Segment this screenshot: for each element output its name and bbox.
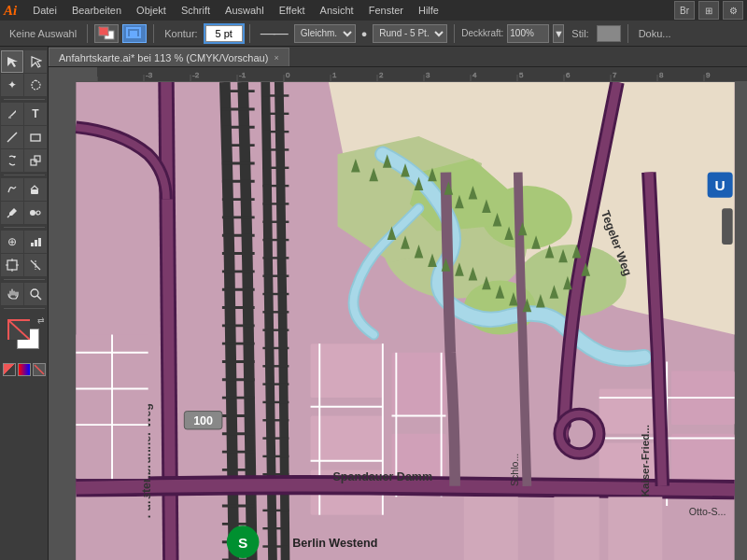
eraser-tool[interactable] bbox=[24, 178, 47, 201]
type-tool[interactable]: T bbox=[24, 103, 47, 125]
artboard-tool[interactable] bbox=[1, 254, 23, 276]
document-tab[interactable]: Anfahrtskarte.ai* bei 113 % (CMYK/Vorsch… bbox=[49, 48, 289, 66]
svg-line-6 bbox=[7, 133, 17, 142]
tool-sep-4 bbox=[4, 279, 45, 280]
svg-text:1: 1 bbox=[332, 71, 337, 79]
svg-text:Berlin Westend: Berlin Westend bbox=[292, 537, 377, 550]
main-area: ✦ T bbox=[0, 47, 747, 560]
svg-line-11 bbox=[7, 216, 9, 217]
canvas-area: Anfahrtskarte.ai* bei 113 % (CMYK/Vorsch… bbox=[49, 47, 747, 560]
toolbar-left: ✦ T bbox=[0, 47, 49, 560]
rotate-tool[interactable] bbox=[1, 149, 23, 172]
hand-tool[interactable] bbox=[1, 283, 23, 305]
opacity-expand[interactable]: ▼ bbox=[553, 24, 564, 43]
none-btn[interactable] bbox=[33, 363, 46, 376]
app-logo: Ai bbox=[4, 3, 17, 19]
graph-tool[interactable] bbox=[24, 231, 47, 253]
fill-stroke-icon[interactable] bbox=[94, 24, 119, 43]
svg-text:S: S bbox=[238, 535, 247, 551]
ruler-horizontal: -3 -2 -1 0 1 2 3 4 5 6 7 8 9 10 bbox=[97, 67, 747, 82]
svg-rect-9 bbox=[35, 156, 40, 161]
svg-text:0: 0 bbox=[286, 71, 290, 79]
svg-rect-210 bbox=[722, 208, 733, 245]
toolbar-top: Keine Auswahl Kontur: 5 pt —— Gleichm. ●… bbox=[0, 21, 747, 47]
settings-icon[interactable]: ⚙ bbox=[723, 1, 743, 20]
map-illustration: 100 bbox=[63, 82, 747, 560]
tool-row-10 bbox=[1, 283, 47, 305]
tool-sep-1 bbox=[4, 99, 45, 100]
cap-style-select[interactable]: Rund - 5 Pt. bbox=[373, 24, 447, 43]
stroke-width-input[interactable]: 5 pt bbox=[205, 25, 243, 42]
menu-objekt[interactable]: Objekt bbox=[130, 3, 173, 18]
tool-row-6 bbox=[1, 178, 47, 201]
svg-text:-1: -1 bbox=[239, 71, 247, 79]
stroke-icon[interactable] bbox=[122, 24, 147, 43]
shaper-tool[interactable] bbox=[1, 178, 23, 201]
cap-bullet: ● bbox=[359, 28, 370, 39]
magic-wand-tool[interactable]: ✦ bbox=[1, 74, 23, 96]
zoom-tool[interactable] bbox=[24, 283, 47, 305]
svg-rect-82 bbox=[311, 415, 383, 460]
menu-hilfe[interactable]: Hilfe bbox=[412, 3, 445, 18]
svg-text:9: 9 bbox=[706, 71, 711, 79]
menu-schrift[interactable]: Schrift bbox=[175, 3, 217, 18]
artboard-area[interactable]: 100 bbox=[63, 82, 747, 560]
stile-label: Stil: bbox=[568, 28, 592, 39]
opacity-label: Deckkraft: bbox=[461, 28, 503, 38]
swap-colors-icon[interactable]: ⇄ bbox=[37, 315, 45, 325]
svg-rect-205 bbox=[608, 497, 662, 560]
menu-effekt[interactable]: Effekt bbox=[273, 3, 312, 18]
svg-rect-7 bbox=[31, 134, 40, 141]
bridge-icon[interactable]: Br bbox=[674, 1, 695, 20]
solid-color-btn[interactable] bbox=[3, 363, 16, 376]
svg-text:5: 5 bbox=[519, 71, 524, 79]
svg-text:Spandauer Damm: Spandauer Damm bbox=[333, 470, 433, 483]
separator-1 bbox=[87, 24, 88, 43]
fill-color-fg[interactable] bbox=[7, 319, 30, 340]
svg-text:2: 2 bbox=[379, 71, 384, 79]
tab-close-btn[interactable]: × bbox=[274, 53, 278, 63]
menu-fenster[interactable]: Fenster bbox=[362, 3, 410, 18]
pen-tool[interactable] bbox=[1, 103, 23, 125]
svg-point-13 bbox=[36, 211, 40, 215]
dash-style-select[interactable]: Gleichm. bbox=[294, 24, 356, 43]
tab-title: Anfahrtskarte.ai* bei 113 % (CMYK/Vorsch… bbox=[59, 52, 268, 63]
canvas-wrapper[interactable]: -3 -2 -1 0 1 2 3 4 5 6 7 8 9 10 bbox=[49, 67, 747, 560]
direct-selection-tool[interactable] bbox=[24, 50, 47, 73]
tab-bar: Anfahrtskarte.ai* bei 113 % (CMYK/Vorsch… bbox=[49, 47, 747, 67]
svg-rect-204 bbox=[554, 497, 599, 560]
menu-datei[interactable]: Datei bbox=[26, 3, 63, 18]
top-right-controls: Br ⊞ ⚙ bbox=[674, 1, 743, 20]
blend-tool[interactable] bbox=[24, 202, 47, 224]
svg-line-29 bbox=[35, 365, 44, 374]
menu-ansicht[interactable]: Ansicht bbox=[314, 3, 360, 18]
tool-row-1 bbox=[1, 50, 47, 73]
scale-tool[interactable] bbox=[24, 149, 47, 172]
slice-tool[interactable] bbox=[24, 254, 47, 276]
tool-sep-5 bbox=[4, 308, 45, 309]
gradient-btn[interactable] bbox=[18, 363, 31, 376]
symbol-sprayer-tool[interactable]: ⊕ bbox=[1, 231, 23, 253]
svg-text:8: 8 bbox=[659, 71, 664, 79]
separator-5 bbox=[627, 24, 628, 43]
dash-style-display: —— bbox=[257, 25, 290, 42]
svg-text:100: 100 bbox=[193, 414, 213, 427]
line-tool[interactable] bbox=[1, 126, 23, 148]
selection-tool[interactable] bbox=[1, 50, 23, 73]
dokument-label: Doku... bbox=[635, 28, 675, 39]
grid-icon[interactable]: ⊞ bbox=[698, 1, 719, 20]
eyedropper-tool[interactable] bbox=[1, 202, 23, 224]
svg-line-26 bbox=[37, 296, 41, 300]
style-swatch[interactable] bbox=[597, 25, 621, 42]
svg-rect-84 bbox=[392, 353, 446, 416]
menu-auswahl[interactable]: Auswahl bbox=[218, 3, 271, 18]
svg-text:6: 6 bbox=[566, 71, 571, 79]
svg-text:Otto-S...: Otto-S... bbox=[689, 506, 726, 517]
opacity-input[interactable] bbox=[507, 24, 549, 43]
color-swatches[interactable]: ⇄ bbox=[4, 315, 45, 357]
rectangle-tool[interactable] bbox=[24, 126, 47, 148]
svg-rect-202 bbox=[76, 497, 148, 560]
lasso-tool[interactable] bbox=[24, 74, 47, 96]
tool-row-3: T bbox=[1, 103, 47, 125]
menu-bearbeiten[interactable]: Bearbeiten bbox=[65, 3, 128, 18]
